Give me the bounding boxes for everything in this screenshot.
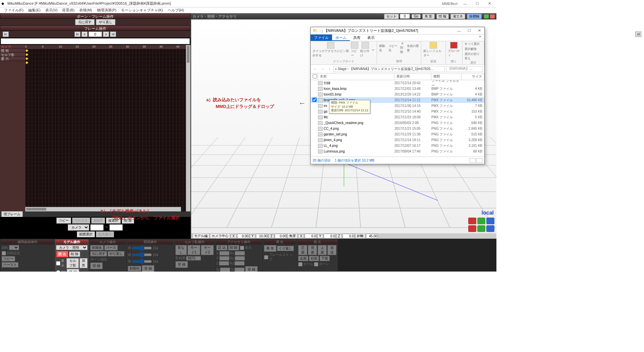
menu-mocap[interactable]: モーションキャプチャ(K)	[119, 7, 165, 13]
go-button[interactable]: Go	[412, 14, 421, 18]
copy-button[interactable]: コピー	[351, 42, 358, 58]
file-list[interactable]: 付録 2017/12/14 20:42 ファイル フォルダー toon_kasa…	[311, 80, 484, 157]
keyframe-icon[interactable]	[25, 61, 28, 64]
target-select[interactable]: カメラ	[68, 224, 89, 231]
on-radio[interactable]	[56, 270, 60, 272]
menu-edit[interactable]: 編集(E)	[26, 7, 43, 13]
delete-ribbon-button[interactable]: ✕削除	[400, 42, 405, 54]
cam-z[interactable]	[275, 234, 287, 239]
menu-physics[interactable]: 物理演算(P)	[95, 7, 119, 13]
close-button[interactable]: ✕	[484, 0, 495, 7]
keyframe-icon[interactable]	[25, 49, 28, 52]
cut-icon[interactable]: ✂	[372, 48, 375, 52]
file-row[interactable]: LL_4.png 2017/12/07 16:17 PNG ファイル 3,181…	[311, 143, 484, 149]
move-to-button[interactable]: 移動先	[379, 44, 386, 53]
move-x-icon[interactable]	[468, 225, 476, 232]
rot-x-icon[interactable]	[468, 218, 476, 224]
model-select[interactable]: カメラ・照明・アクセサリ	[56, 245, 88, 250]
reload-icon[interactable]	[484, 14, 489, 19]
rename-button[interactable]: 名前の変更	[407, 44, 419, 53]
next-frame-button[interactable]: >	[103, 32, 109, 37]
keyframe-grid[interactable]: 05 1015 2025 3035 4045	[25, 45, 186, 212]
info-button[interactable]: 情 報	[436, 14, 449, 19]
track-gravity[interactable]: 重 力	[0, 57, 25, 61]
col-type[interactable]: 種類	[431, 73, 462, 80]
paste-button[interactable]: 貼り付け	[360, 42, 370, 58]
col-date[interactable]: 更新日時	[394, 73, 431, 80]
keyframe-icon[interactable]	[25, 53, 28, 56]
menu-view[interactable]: 表示(V)	[43, 7, 60, 13]
set-value[interactable]	[400, 14, 410, 19]
select-all[interactable]: すべて選択	[465, 42, 480, 46]
ang-y[interactable]	[324, 234, 336, 239]
file-row[interactable]: 付録 2017/12/14 20:42 ファイル フォルダー	[311, 80, 484, 86]
current-frame-input[interactable]	[89, 32, 102, 37]
properties-button[interactable]: プロパティ	[448, 42, 460, 58]
cam-x[interactable]	[237, 234, 249, 239]
range-from[interactable]	[90, 224, 104, 231]
file-row[interactable]: Luminous.png 2017/09/04 17:46 PNG ファイル 8…	[311, 149, 484, 154]
file-row[interactable]: Mc 2017/11/23 18:08 PMX ファイル 5 KB	[311, 114, 484, 120]
skip-first-button[interactable]: I<	[3, 32, 9, 37]
rewind-button[interactable]: I<	[74, 32, 80, 37]
ss-register[interactable]: 登 録	[175, 261, 188, 268]
move-z-icon[interactable]	[486, 225, 494, 232]
search-box[interactable]: 【NIRVANA】…	[446, 66, 483, 72]
explorer-window[interactable]: 📁 | 【NIRVANA】ブロンズストリート拡張版2_1[im5782647] …	[310, 27, 485, 164]
rot-y-icon[interactable]	[477, 218, 485, 224]
keyframe-icon[interactable]	[25, 57, 28, 60]
load-button[interactable]: 読 込	[56, 251, 68, 257]
light-b[interactable]	[132, 258, 152, 265]
light-init[interactable]: 初期化	[128, 266, 141, 271]
select-all-checkbox[interactable]	[313, 74, 317, 78]
thumb-view-icon[interactable]	[476, 158, 482, 163]
ip-copy[interactable]: コピー	[2, 256, 15, 261]
nav-back[interactable]: ←	[312, 67, 318, 71]
eco-button[interactable]: 省エネ	[450, 14, 465, 19]
rot-z-icon[interactable]	[486, 218, 494, 224]
auto-checkbox[interactable]	[2, 251, 6, 255]
track-light[interactable]: 照 明	[0, 49, 25, 53]
tab-share[interactable]: 共有	[350, 35, 364, 41]
frame-input-band[interactable]	[1, 38, 190, 44]
redo-button[interactable]: やり直し	[96, 19, 115, 25]
undo-button[interactable]: 元に戻す	[75, 19, 95, 25]
explorer-maximize[interactable]: ☐	[464, 28, 474, 33]
menu-file[interactable]: ファイル(F)	[2, 7, 25, 13]
menu-background[interactable]: 背景(B)	[60, 7, 76, 13]
play-button[interactable]: 再 生	[264, 245, 276, 252]
col-name[interactable]: 名前	[318, 73, 394, 80]
file-row[interactable]: jimen_4.png 2017/11/14 18:11 PNG ファイル 3,…	[311, 137, 484, 143]
model-register-button[interactable]: 登 録	[67, 269, 79, 272]
select-invert[interactable]: 選択の切り替え	[465, 52, 482, 61]
current-frame-button[interactable]: 現フレーム	[1, 211, 23, 217]
explorer-titlebar[interactable]: 📁 | 【NIRVANA】ブロンズストリート拡張版2_1[im5782647] …	[311, 27, 484, 35]
prev-frame-button[interactable]: <	[82, 32, 88, 37]
interp-rotate-select[interactable]	[9, 245, 19, 250]
mmeffect-label[interactable]: MMEffect	[442, 2, 460, 6]
file-row[interactable]: CC_4.png 2017/11/21 15:05 PNG ファイル 2,845…	[311, 126, 484, 131]
minimize-button[interactable]: —	[460, 0, 471, 7]
file-row[interactable]: toon01.bmp 2013/12/28 14:22 BMP ファイル 4 K…	[311, 92, 484, 97]
display-checkbox[interactable]	[56, 261, 60, 266]
track-selfshadow[interactable]: セルフ影	[0, 53, 25, 57]
light-register[interactable]: 登 録	[142, 265, 154, 272]
selfshadow-btn[interactable]: セルフ影	[66, 258, 79, 268]
close-icon[interactable]	[490, 14, 495, 19]
model-delete-button[interactable]: 削 除	[69, 251, 80, 257]
beauty-button[interactable]: 美 影	[422, 14, 435, 19]
explorer-close[interactable]: ✕	[474, 28, 484, 33]
track-camera[interactable]: カメラ	[0, 45, 25, 49]
ribbon-collapse[interactable]: ^	[476, 35, 484, 41]
copy-to-button[interactable]: コピー先	[388, 44, 398, 53]
ang-z[interactable]	[342, 234, 355, 239]
cam-dist[interactable]	[366, 234, 378, 239]
set-button[interactable]: セット	[384, 14, 399, 19]
ang-x[interactable]	[305, 234, 317, 239]
maximize-button[interactable]: ☐	[472, 0, 483, 7]
cam-y[interactable]	[256, 234, 268, 239]
nav-up[interactable]: ↑	[327, 67, 332, 71]
add-btn[interactable]: 加算	[79, 258, 88, 268]
file-row[interactable]: toon_kasa.bmp 2017/12/01 13:48 BMP ファイル …	[311, 86, 484, 92]
axes-button[interactable]: 座標軸	[467, 14, 482, 19]
